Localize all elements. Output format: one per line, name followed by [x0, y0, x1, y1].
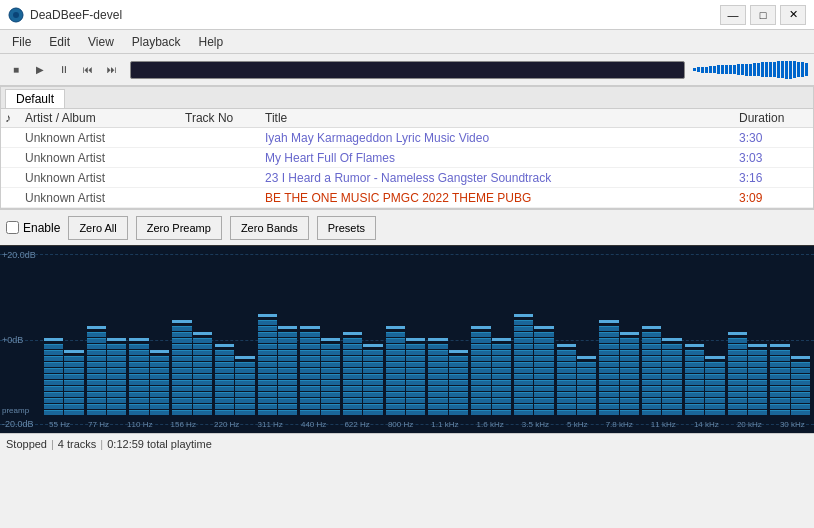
eq-segment — [728, 350, 747, 355]
tab-default[interactable]: Default — [5, 89, 65, 108]
stop-button[interactable]: ■ — [6, 60, 26, 80]
eq-segment — [514, 404, 533, 409]
eq-peak — [321, 338, 340, 341]
close-button[interactable]: ✕ — [780, 5, 806, 25]
menu-edit[interactable]: Edit — [41, 33, 78, 51]
menu-help[interactable]: Help — [191, 33, 232, 51]
volume-bar-20 — [773, 62, 776, 78]
eq-enable-checkbox[interactable] — [6, 221, 19, 234]
eq-bar — [449, 350, 468, 415]
table-row[interactable]: Unknown ArtistIyah May Karmageddon Lyric… — [1, 128, 813, 148]
volume-bar-10 — [733, 65, 736, 75]
eq-segment — [321, 368, 340, 373]
eq-segment — [107, 344, 126, 349]
eq-segment — [363, 362, 382, 367]
eq-segment — [278, 374, 297, 379]
eq-segment — [343, 380, 362, 385]
volume-bar-14 — [749, 64, 752, 76]
pause-button[interactable]: ⏸ — [54, 60, 74, 80]
zero-bands-button[interactable]: Zero Bands — [230, 216, 309, 240]
eq-bar — [64, 350, 83, 415]
eq-segment — [150, 356, 169, 361]
eq-segment — [514, 332, 533, 337]
eq-bar — [534, 326, 553, 415]
eq-segment — [406, 368, 425, 373]
volume-bar-12 — [741, 64, 744, 75]
eq-bar — [386, 326, 405, 415]
menu-file[interactable]: File — [4, 33, 39, 51]
play-button[interactable]: ▶ — [30, 60, 50, 80]
volume-bar-22 — [781, 61, 784, 78]
eq-segment — [235, 374, 254, 379]
prev-button[interactable]: ⏮ — [78, 60, 98, 80]
eq-segment — [748, 386, 767, 391]
eq-bar — [662, 338, 681, 415]
eq-segment — [557, 362, 576, 367]
table-row[interactable]: Unknown ArtistBE THE ONE MUSIC PMGC 2022… — [1, 188, 813, 208]
freq-label-8: 800 Hz — [388, 420, 413, 429]
presets-button[interactable]: Presets — [317, 216, 376, 240]
header-artist: Artist / Album — [25, 111, 185, 125]
eq-segment — [642, 374, 661, 379]
eq-segment — [258, 386, 277, 391]
eq-bar — [685, 344, 704, 415]
volume-control[interactable] — [693, 61, 808, 79]
minimize-button[interactable]: — — [720, 5, 746, 25]
eq-segment — [791, 398, 810, 403]
eq-segment — [87, 368, 106, 373]
eq-segment — [728, 368, 747, 373]
eq-segment — [386, 398, 405, 403]
eq-bar — [557, 344, 576, 415]
menu-view[interactable]: View — [80, 33, 122, 51]
eq-segment — [471, 344, 490, 349]
eq-segment — [107, 398, 126, 403]
freq-label-12: 5 kHz — [567, 420, 587, 429]
eq-segment — [791, 374, 810, 379]
eq-segment — [728, 374, 747, 379]
title-cell[interactable]: BE THE ONE MUSIC PMGC 2022 THEME PUBG — [265, 191, 739, 205]
eq-segment — [215, 404, 234, 409]
eq-bar-group-13 — [599, 246, 639, 415]
title-cell[interactable]: 23 I Heard a Rumor - Nameless Gangster S… — [265, 171, 739, 185]
eq-segment — [599, 386, 618, 391]
eq-bar — [172, 320, 191, 415]
eq-peak — [235, 356, 254, 359]
eq-segment — [386, 392, 405, 397]
eq-segment — [428, 398, 447, 403]
zero-all-button[interactable]: Zero All — [68, 216, 127, 240]
eq-segment — [107, 380, 126, 385]
eq-segment — [705, 362, 724, 367]
eq-segment — [258, 380, 277, 385]
status-bar: Stopped | 4 tracks | 0:12:59 total playt… — [0, 433, 814, 453]
eq-segment — [557, 368, 576, 373]
eq-controls: Enable Zero All Zero Preamp Zero Bands P… — [0, 209, 814, 245]
eq-segment — [172, 380, 191, 385]
title-cell[interactable]: My Heart Full Of Flames — [265, 151, 739, 165]
eq-segment — [620, 398, 639, 403]
eq-bar — [514, 314, 533, 415]
maximize-button[interactable]: □ — [750, 5, 776, 25]
freq-label-2: 110 Hz — [127, 420, 152, 429]
table-row[interactable]: Unknown ArtistMy Heart Full Of Flames3:0… — [1, 148, 813, 168]
zero-preamp-button[interactable]: Zero Preamp — [136, 216, 222, 240]
title-cell[interactable]: Iyah May Karmageddon Lyric Music Video — [265, 131, 739, 145]
table-row[interactable]: Unknown Artist23 I Heard a Rumor - Namel… — [1, 168, 813, 188]
progress-bar[interactable] — [130, 61, 685, 79]
volume-bar-1 — [697, 67, 700, 72]
eq-bars — [40, 246, 814, 415]
eq-segment — [728, 380, 747, 385]
eq-segment — [258, 362, 277, 367]
eq-bar-group-6 — [300, 246, 340, 415]
eq-segment — [363, 392, 382, 397]
next-button[interactable]: ⏭ — [102, 60, 122, 80]
eq-segment — [172, 338, 191, 343]
freq-label-15: 14 kHz — [694, 420, 719, 429]
eq-bar-group-10 — [471, 246, 511, 415]
eq-segment — [791, 368, 810, 373]
volume-bar-18 — [765, 62, 768, 76]
eq-segment — [386, 404, 405, 409]
eq-segment — [235, 380, 254, 385]
menu-playback[interactable]: Playback — [124, 33, 189, 51]
eq-segment — [642, 380, 661, 385]
eq-segment — [599, 326, 618, 331]
